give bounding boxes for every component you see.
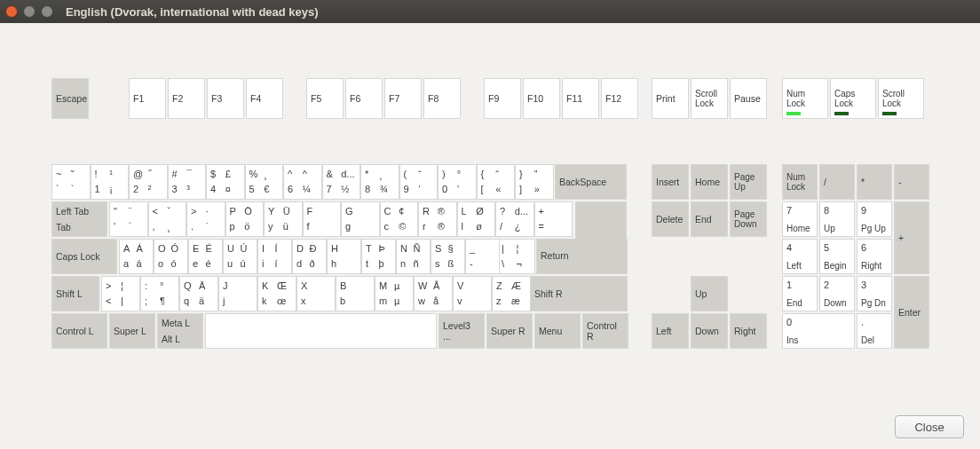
key-numpad-6: 6Right	[857, 239, 892, 274]
key-row3-7: TÞtþ	[361, 239, 396, 274]
key-f1: F1	[129, 78, 166, 119]
key-row3-4: IÍií	[257, 239, 292, 274]
key-insert: Insert	[652, 164, 689, 200]
key-backslash: |¦\¬	[497, 239, 535, 274]
key-numpad-add: +	[894, 201, 929, 274]
key-f9: F9	[484, 78, 521, 119]
key-space	[205, 313, 437, 349]
key-row2-9: LØlø	[457, 201, 496, 237]
key-row2-5: Ff	[303, 201, 342, 237]
key-f2: F2	[168, 78, 205, 119]
window-title: English (Dvorak, international with dead…	[66, 5, 319, 19]
key-row1-8: *˛8¾	[360, 164, 399, 200]
key-row3-2: EÉeé	[188, 239, 223, 274]
key-row1-7: &d...7½	[322, 164, 361, 200]
key-numpad-9: 9Pg Up	[857, 201, 892, 237]
key-page-up: Page Up	[730, 164, 767, 200]
key-row2-2: >·.˙	[186, 201, 225, 237]
key-menu: Menu	[534, 313, 581, 349]
key-row3-10: _-	[465, 239, 500, 274]
key-print: Print	[652, 78, 689, 119]
key-row2-0: "¨'´	[109, 201, 148, 237]
key-row3-5: DÐdð	[292, 239, 327, 274]
key-row1-4: $£4¤	[206, 164, 245, 200]
key-left: Left	[652, 313, 689, 349]
key-row3-9: S§sß	[431, 239, 465, 274]
key-row4-10: ZÆzæ	[492, 276, 531, 311]
key-f4: F4	[246, 78, 283, 119]
key-home: Home	[691, 164, 728, 200]
key-super-l: Super L	[109, 313, 155, 349]
key-row2-4: YÜyü	[264, 201, 303, 237]
key-tab: Left Tab Tab	[51, 201, 107, 237]
key-caps-lock: Caps Lock	[51, 239, 117, 274]
key-numpad-8: 8Up	[819, 201, 855, 237]
key-f6: F6	[345, 78, 383, 119]
key-f12: F12	[601, 78, 638, 119]
key-row1-6: ^^6¼	[283, 164, 322, 200]
key-super-r: Super R	[486, 313, 533, 349]
key-right: Right	[730, 313, 767, 349]
key-numpad-3: 3Pg Dn	[857, 276, 892, 311]
key-numpad-2: 2Down	[819, 276, 855, 311]
key-num-lock: Num Lock	[782, 164, 818, 200]
key-row4-6: Bb	[336, 276, 375, 311]
key-numpad-subtract: -	[894, 164, 929, 200]
window-minimize-icon[interactable]	[23, 5, 36, 18]
key-scroll-lock: Scroll Lock	[691, 78, 728, 119]
key-row1-10: )°0’	[438, 164, 477, 200]
led-caps-lock	[834, 112, 849, 115]
key-numpad-0: 0Ins	[782, 313, 855, 349]
key-meta-alt-l: Meta L Alt L	[157, 313, 203, 349]
key-row4-4: KŒkœ	[257, 276, 296, 311]
key-f8: F8	[423, 78, 461, 119]
key-row4-1: :°;¶	[140, 276, 179, 311]
window-maximize-icon[interactable]	[41, 5, 53, 18]
key-f5: F5	[306, 78, 344, 119]
key-numpad-.: .Del	[857, 313, 892, 349]
key-end: End	[691, 201, 728, 237]
led-num-lock	[786, 112, 801, 115]
close-button[interactable]: Close	[895, 415, 964, 438]
led-scroll-lock	[882, 112, 897, 115]
key-return-label: Return	[536, 239, 628, 274]
key-row3-3: UÚuú	[223, 239, 257, 274]
key-backspace: BackSpace	[555, 164, 627, 200]
window-close-icon[interactable]	[5, 5, 18, 18]
key-row3-0: AÁaá	[119, 239, 154, 274]
key-row4-9: Vv	[453, 276, 492, 311]
key-row2-8: R®r®	[418, 201, 457, 237]
key-shift-r: Shift R	[530, 276, 628, 311]
key-control-l: Control L	[51, 313, 107, 349]
key-shift-l: Shift L	[51, 276, 99, 311]
key-numpad-multiply: *	[857, 164, 892, 200]
key-up: Up	[691, 276, 728, 311]
key-row2-10: ?d.../¿	[495, 201, 534, 237]
key-row1-9: (˘9‘	[399, 164, 439, 200]
key-row4-2: QÄqä	[179, 276, 218, 311]
key-row1-0: ~˜``	[51, 164, 91, 200]
key-row2-1: <ˇ,¸	[148, 201, 187, 237]
key-row2-11: +=	[534, 201, 573, 237]
key-numpad-divide: /	[819, 164, 855, 200]
key-row4-7: Mµmµ	[375, 276, 414, 311]
key-escape: Escape	[51, 78, 89, 119]
keyboard-layout-canvas: Escape F1F2F3F4F5F6F7F8F9F10F11F12 Print…	[0, 23, 980, 449]
key-numpad-4: 4Left	[782, 239, 818, 274]
key-numpad-1: 1End	[782, 276, 818, 311]
key-pause: Pause	[730, 78, 767, 119]
titlebar: English (Dvorak, international with dead…	[0, 0, 980, 23]
key-control-r: Control R	[582, 313, 628, 349]
key-f11: F11	[562, 78, 599, 119]
key-numpad-7: 7Home	[782, 201, 818, 237]
key-row3-1: OÓoó	[154, 239, 188, 274]
key-level3: Level3 ...	[439, 313, 485, 349]
key-f7: F7	[384, 78, 422, 119]
key-row3-6: Hh	[327, 239, 361, 274]
key-numpad-5: 5Begin	[819, 239, 855, 274]
key-page-down: Page Down	[730, 201, 767, 237]
key-row2-7: C¢c©	[380, 201, 419, 237]
key-row1-2: @˝2²	[129, 164, 168, 200]
key-row4-5: Xx	[296, 276, 336, 311]
key-down: Down	[691, 313, 728, 349]
